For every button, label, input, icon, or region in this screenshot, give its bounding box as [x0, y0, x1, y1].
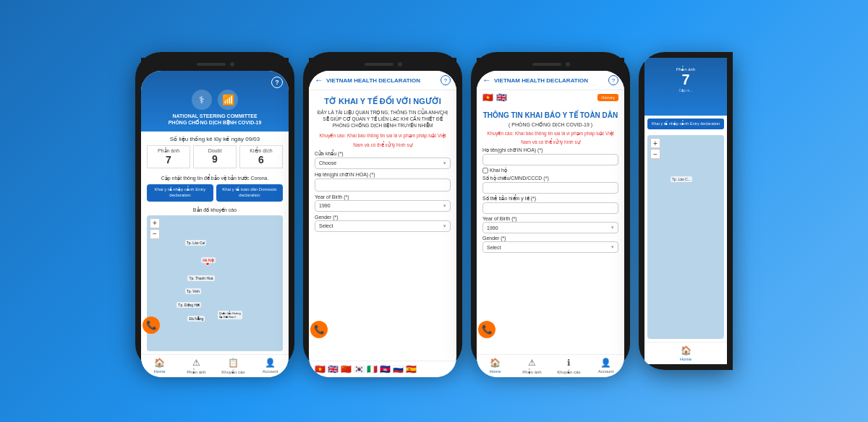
- nav-home-label-3: Home: [489, 369, 501, 374]
- flag-it-2[interactable]: 🇮🇹: [367, 364, 378, 374]
- nav-phan-anh-label-1: Phản ánh: [187, 369, 205, 374]
- nav-phan-anh-3[interactable]: ⚠ Phản ánh: [514, 358, 550, 374]
- phones-container: ? ⚕ 📶 NATIONAL STEERING COMMITTEE PHÒNG …: [128, 0, 740, 422]
- map-title: Bản đồ khuyến cáo: [147, 207, 283, 213]
- nav-account-3[interactable]: 👤 Account: [587, 358, 624, 374]
- gender-select[interactable]: Select ▾: [315, 220, 451, 232]
- logo-icon1: ⚕: [192, 90, 212, 110]
- stats-title: Số liệu thống kê lũy kế ngày 09/03: [147, 136, 283, 142]
- flag-kr-2[interactable]: 🇰🇷: [354, 364, 365, 374]
- entry-declaration-btn[interactable]: Khai y tế nhập cảnh Entry declaration: [147, 184, 213, 202]
- form2-warning-1: Khuyến cáo: Khai báo thông tin sai là vi…: [315, 132, 451, 139]
- flag-kh-2[interactable]: 🇰🇭: [380, 364, 391, 374]
- field4-group: Gender (*) Select ▾: [315, 215, 451, 232]
- city-danang: Đà Nẵng: [187, 316, 205, 322]
- account-icon-1: 👤: [265, 358, 276, 368]
- nav-account-1[interactable]: 👤 Account: [252, 358, 289, 374]
- stat-doubt: Doubt 9: [193, 145, 237, 168]
- nav-khuyen-cao-1[interactable]: 📋 Khuyến cáo: [215, 358, 252, 374]
- phone3-form: THÔNG TIN KHAI BÁO Y TẾ TOÀN DÂN ( PHÒNG…: [477, 105, 624, 354]
- call-button-2[interactable]: 📞: [310, 321, 328, 338]
- flag-es-2[interactable]: 🇪🇸: [406, 364, 417, 374]
- zoom-out-4[interactable]: −: [650, 149, 660, 159]
- yob3-arrow: ▾: [611, 225, 614, 231]
- domestic-declaration-btn[interactable]: Khai y tế toàn dân Domestic declaration: [216, 184, 283, 202]
- account-icon-3: 👤: [600, 358, 611, 368]
- insurance-input[interactable]: [482, 202, 618, 214]
- flag-gb-3[interactable]: 🇬🇧: [496, 92, 507, 103]
- logo-area: ⚕ 📶 NATIONAL STEERING COMMITTEE PHÒNG CH…: [169, 90, 262, 126]
- gender3-select[interactable]: Select ▾: [482, 241, 618, 253]
- phone1-header: ? ⚕ 📶 NATIONAL STEERING COMMITTEE PHÒNG …: [141, 71, 289, 132]
- nav-home-3[interactable]: 🏠 Home: [477, 358, 514, 374]
- phone4-screen: Phản ánh 7 Cập m... Khai y tế nhập cảnh …: [644, 58, 727, 364]
- khai-ho-checkbox[interactable]: [482, 168, 488, 173]
- nav-khuyen-cao-label-3: Khuyến cáo: [557, 369, 580, 374]
- call-button-3[interactable]: 📞: [478, 321, 495, 338]
- nav-home-4[interactable]: 🏠 Home: [644, 345, 727, 361]
- history-button[interactable]: History: [597, 94, 618, 101]
- yob3-group: Year of Birth (*) 1990 ▾: [482, 216, 618, 233]
- field2-group: Họ tên(ghi chữ IN HOA) (*): [315, 172, 451, 191]
- call-button[interactable]: 📞: [142, 316, 160, 334]
- khai-ho-row: Khai hộ: [482, 168, 618, 173]
- form2-subtitle: ĐÂY LÀ TÀI LIỆU QUAN TRỌNG, THÔNG TIN CỦ…: [315, 109, 451, 129]
- flag-cn-2[interactable]: 🇨🇳: [341, 364, 352, 374]
- field3-1-label: Họ tên(ghi chữ IN HOA) (*): [482, 147, 618, 153]
- form2-warning-2: Nam và có thể xử lý hình sự: [315, 142, 451, 148]
- logo-title: NATIONAL STEERING COMMITTEE PHÒNG CHỐNG …: [169, 113, 262, 126]
- insurance-label: Số thẻ bảo hiểm y tế (*): [482, 196, 618, 202]
- phone4: Phản ánh 7 Cập m... Khai y tế nhập cảnh …: [639, 52, 733, 370]
- back-arrow-3[interactable]: ←: [482, 75, 491, 85]
- zoom-in-4[interactable]: +: [650, 138, 660, 148]
- help-icon-3[interactable]: ?: [608, 75, 618, 85]
- select-arrow-1: ▾: [443, 160, 446, 166]
- field3-1-group: Họ tên(ghi chữ IN HOA) (*): [482, 147, 618, 165]
- field1-group: Cửa khẩu (*) Choose ▾: [315, 151, 451, 169]
- cccd-input[interactable]: [482, 182, 618, 194]
- map-labels: Tp. Lào Cai Hà Nội Tp. Thanh Hoá Tp. Vin…: [147, 215, 283, 351]
- city-laocai: Tp. Lào Cai: [185, 240, 207, 246]
- warning-icon-1: ⚠: [192, 358, 200, 368]
- yob-select[interactable]: 1990 ▾: [315, 200, 451, 212]
- phone4-entry-btn[interactable]: Khai y tế nhập cảnh Entry declaration: [647, 119, 724, 129]
- city-vinh: Tp. Vinh: [185, 288, 202, 294]
- flag-ru-2[interactable]: 🇷🇺: [393, 364, 404, 374]
- help-icon-1[interactable]: ?: [271, 77, 283, 88]
- nav-home-1[interactable]: 🏠 Home: [141, 358, 178, 374]
- form3-main-title: THÔNG TIN KHAI BÁO Y TẾ TOÀN DÂN: [482, 111, 618, 120]
- map-city-laocai-4: Tp. Lào C...: [671, 176, 692, 182]
- khai-ho-label: Khai hộ: [490, 168, 507, 173]
- city-thanhhoa: Tp. Thanh Hoá: [187, 275, 214, 281]
- speaker2: [365, 63, 393, 66]
- logo-icons: ⚕ 📶: [192, 90, 238, 110]
- gender3-label: Gender (*): [482, 236, 618, 241]
- help-icon-2[interactable]: ?: [441, 75, 451, 85]
- phone1-top-bar: [141, 58, 289, 71]
- phone4-wrapper: Phản ánh 7 Cập m... Khai y tế nhập cảnh …: [639, 52, 733, 370]
- speaker3: [532, 63, 561, 66]
- yob3-select[interactable]: 1990 ▾: [482, 222, 618, 233]
- nav-phan-anh-1[interactable]: ⚠ Phản ánh: [178, 358, 215, 374]
- home-icon-4: 🏠: [681, 345, 692, 356]
- nav-khuyen-cao-3[interactable]: ℹ Khuyến cáo: [550, 358, 587, 374]
- back-arrow-2[interactable]: ←: [315, 75, 323, 85]
- map-section: Bản đồ khuyến cáo + − Tp. Lào Cai Hà Nội…: [141, 204, 289, 354]
- ho-ten-input-3[interactable]: [482, 154, 618, 165]
- cua-khau-select[interactable]: Choose ▾: [315, 158, 451, 169]
- flag-vn-3[interactable]: 🇻🇳: [482, 92, 493, 103]
- speaker: [197, 63, 226, 66]
- stat-label-3: Kiểm dịch: [242, 148, 280, 154]
- flag-vn-2[interactable]: 🇻🇳: [315, 364, 326, 374]
- stat-kiem-dich: Kiểm dịch 6: [239, 145, 283, 168]
- home-icon-1: 🏠: [154, 358, 165, 368]
- flag-gb-2[interactable]: 🇬🇧: [328, 364, 339, 374]
- ho-ten-input[interactable]: [315, 178, 451, 191]
- nav-home-label-4: Home: [680, 357, 692, 361]
- stats-row: Phản ánh 7 Doubt 9 Kiểm dịch 6: [147, 145, 283, 168]
- phone3-header: ← VIETNAM HEALTH DECLARATION ?: [477, 71, 624, 90]
- yob-value: 1990: [319, 203, 331, 208]
- cua-khau-value: Choose: [319, 160, 336, 165]
- form3-warning-2: Nam và có thể xử lý hình sự: [482, 139, 618, 145]
- phone3: ← VIETNAM HEALTH DECLARATION ? 🇻🇳 🇬🇧 His…: [471, 52, 630, 370]
